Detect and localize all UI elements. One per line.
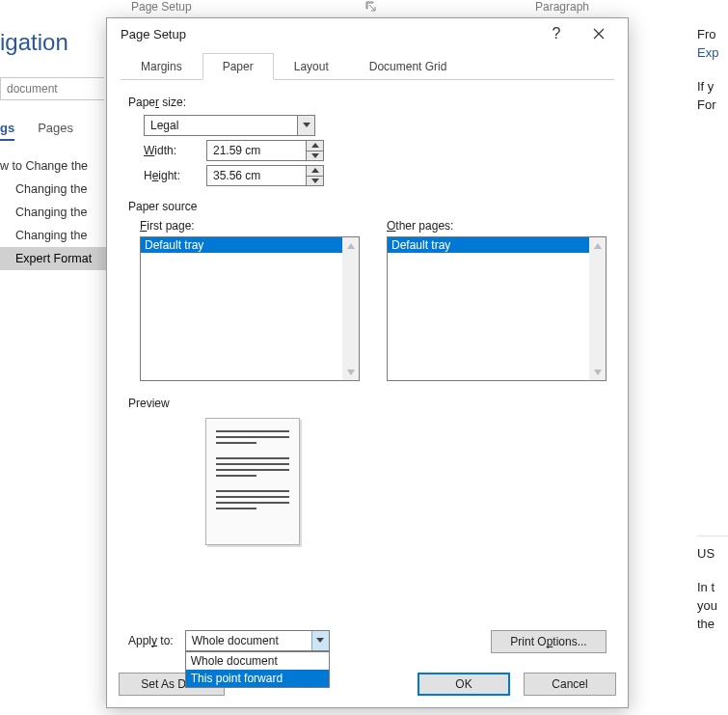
preview-label: Preview [128, 397, 607, 410]
height-spinner[interactable]: 35.56 cm [206, 165, 324, 186]
doc-text-fragment: If y [697, 79, 728, 94]
paper-size-label: Paper size: [128, 96, 607, 109]
spinner-down-icon[interactable] [307, 151, 323, 161]
print-options-button[interactable]: Print Options... [491, 630, 607, 653]
spinner-up-icon[interactable] [307, 166, 323, 177]
ok-button[interactable]: OK [418, 673, 510, 696]
scroll-down-icon[interactable] [589, 364, 606, 380]
first-page-listbox[interactable]: Default tray [140, 236, 360, 381]
close-button[interactable] [578, 20, 620, 47]
dialog-launcher-icon[interactable] [364, 0, 378, 14]
preview-thumbnail [205, 418, 300, 545]
page-setup-dialog: Page Setup ? Margins Paper Layout Docume… [106, 17, 629, 708]
width-label: Width: [144, 144, 197, 157]
doc-text-fragment: Fro [697, 27, 728, 41]
scrollbar[interactable] [342, 237, 359, 380]
paper-size-combo[interactable]: Legal [144, 115, 315, 136]
help-button[interactable]: ? [535, 20, 578, 47]
spinner-down-icon[interactable] [307, 177, 323, 186]
tab-layout[interactable]: Layout [274, 53, 349, 80]
other-pages-listbox[interactable]: Default tray [387, 236, 607, 381]
doc-text-fragment: Exp [697, 45, 728, 60]
tab-document-grid[interactable]: Document Grid [349, 53, 468, 80]
doc-text-fragment: US [697, 546, 728, 561]
spinner-up-icon[interactable] [307, 141, 323, 151]
dialog-tabs: Margins Paper Layout Document Grid [121, 53, 614, 80]
navigation-pane-title: igation [0, 29, 68, 56]
cancel-button[interactable]: Cancel [524, 673, 616, 696]
width-spinner[interactable]: 21.59 cm [206, 140, 324, 161]
ribbon-group-page-setup: Page Setup [131, 0, 192, 14]
scroll-down-icon[interactable] [342, 364, 359, 380]
paper-source-label: Paper source [128, 200, 607, 213]
dialog-title: Page Setup [121, 27, 535, 41]
search-document-input[interactable]: document [0, 77, 104, 100]
apply-to-value: Whole document [186, 631, 311, 650]
dropdown-option[interactable]: This point forward [186, 670, 329, 687]
width-value[interactable]: 21.59 cm [207, 141, 306, 160]
nav-tab-headings[interactable]: gs [0, 121, 14, 141]
doc-text-fragment: you [697, 598, 728, 613]
height-label: Height: [144, 169, 197, 182]
nav-tab-pages[interactable]: Pages [38, 121, 73, 141]
ribbon-group-paragraph: Paragraph [535, 0, 589, 14]
dropdown-option[interactable]: Whole document [186, 652, 329, 670]
list-item[interactable]: Default tray [388, 237, 589, 253]
other-pages-label: Other pages: [387, 219, 607, 233]
apply-to-dropdown: Whole document This point forward [185, 651, 330, 688]
paper-size-value: Legal [145, 116, 297, 135]
height-value[interactable]: 35.56 cm [207, 166, 306, 185]
doc-text-fragment: In t [697, 580, 728, 594]
chevron-down-icon[interactable] [311, 631, 329, 650]
apply-to-combo[interactable]: Whole document [185, 630, 330, 651]
scrollbar[interactable] [589, 237, 606, 380]
scroll-up-icon[interactable] [589, 237, 606, 254]
chevron-down-icon[interactable] [297, 116, 314, 135]
apply-to-label: Apply to: [128, 634, 174, 647]
scroll-up-icon[interactable] [342, 237, 359, 254]
list-item[interactable]: Default tray [141, 237, 342, 253]
doc-text-fragment: the [697, 617, 728, 631]
first-page-label: First page: [140, 219, 360, 233]
tab-margins[interactable]: Margins [121, 53, 202, 80]
tab-paper[interactable]: Paper [202, 53, 274, 80]
doc-text-fragment: For [697, 97, 728, 112]
